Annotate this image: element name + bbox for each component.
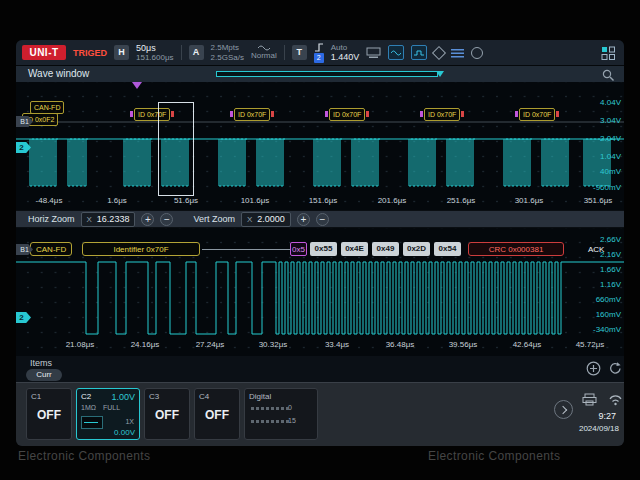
channel4-tile[interactable]: C4 OFF	[194, 388, 240, 440]
bus-type-label: CAN-FD	[30, 242, 72, 256]
digital-tile-name: Digital	[249, 392, 271, 401]
time-scale-label: 45.72μs	[564, 340, 616, 349]
volt-scale-label: 3.04V	[577, 116, 621, 125]
refresh-icon[interactable]	[608, 361, 623, 380]
digital-bit-row-upper	[251, 407, 290, 410]
horizontal-readout[interactable]: 50μs 151.600μs	[136, 43, 174, 63]
window-layout-icon[interactable]	[601, 46, 616, 65]
volt-scale-label: 160mV	[577, 310, 621, 319]
frame-id-label: ID 0x70F	[424, 108, 460, 121]
trigger-readout[interactable]: Auto 1.440V	[331, 43, 360, 63]
items-tab[interactable]: Items	[30, 358, 52, 368]
acquire-menu-button[interactable]: A	[189, 45, 204, 60]
system-date: 2024/09/18	[579, 424, 619, 433]
dlc-decode-box: 0x5	[290, 242, 307, 256]
volt-scale-label: 1.16V	[577, 280, 621, 289]
trigger-source-badge: 2	[314, 53, 324, 63]
frame-id-label: ID 0x70F	[519, 108, 555, 121]
frame-id-label: ID 0x70F	[329, 108, 365, 121]
horizontal-menu-button[interactable]: H	[114, 45, 129, 60]
vert-zoom-label: Vert Zoom	[193, 214, 235, 224]
channel2-zoom-waveform	[16, 262, 624, 334]
time-scale-label: 51.6μs	[160, 196, 212, 205]
horiz-zoom-value-chip[interactable]: X 16.2338	[81, 212, 136, 227]
decode-items-bar: Items Curr	[16, 356, 624, 382]
watermark-left: Electronic Components	[18, 449, 150, 463]
channel2-waveform	[16, 139, 624, 186]
channel2-scale: 1.00V	[111, 392, 135, 402]
acquire-readout[interactable]: 2.5Mpts 2.5GSa/s	[211, 43, 244, 61]
channel3-tile[interactable]: C3 OFF	[144, 388, 190, 440]
wifi-icon[interactable]	[608, 392, 623, 410]
memory-depth: 2.5Mpts	[211, 43, 239, 52]
device-bezel: Electronic Components Electronic Compone…	[0, 0, 640, 480]
circle-icon[interactable]	[471, 47, 483, 59]
time-scale-label: 351.6μs	[572, 196, 624, 205]
channel2-probe: 1X	[125, 418, 134, 425]
display-settings-icon[interactable]	[366, 47, 381, 59]
data-byte-box: 0x49	[372, 242, 399, 256]
acquire-mode[interactable]: Normal	[251, 44, 277, 60]
volt-scale-label: 2.66V	[577, 235, 621, 244]
add-item-icon[interactable]	[586, 361, 601, 380]
time-scale-label: 21.08μs	[54, 340, 106, 349]
curr-tab[interactable]: Curr	[26, 369, 62, 381]
volt-scale-label: -340mV	[577, 325, 621, 334]
channel2-tile[interactable]: C2 1.00V 1MΩ FULL 1X 0.00V	[76, 388, 140, 440]
time-scale-label: 42.64μs	[501, 340, 553, 349]
acquire-wave-icon	[257, 44, 271, 51]
top-toolbar: UNI-T TRIGED H 50μs 151.600μs A 2.5Mpts …	[16, 40, 624, 66]
vert-zoom-value-chip[interactable]: X 2.0000	[241, 212, 291, 227]
timebase-scale: 50μs	[136, 43, 156, 53]
volt-scale-label: 4.04V	[577, 98, 621, 107]
watermark-right: Electronic Components	[428, 449, 560, 463]
time-scale-label: 33.4μs	[311, 340, 363, 349]
vert-zoom-minus-button[interactable]: −	[316, 213, 329, 226]
zoom-waveform-plot[interactable]: CAN-FD Identifier 0x70F 0x5 0x55 0x4E 0x…	[16, 228, 624, 356]
channel3-name: C3	[149, 392, 159, 401]
memory-scrollbar[interactable]	[216, 71, 438, 77]
main-waveform-plot[interactable]: CAN-FD ID 0x0F2 ID 0x70F ID 0x70F ID 0x7…	[16, 82, 624, 210]
diamond-icon[interactable]	[434, 48, 444, 58]
acquire-mode-label: Normal	[251, 51, 277, 60]
channel4-name: C4	[199, 392, 209, 401]
vert-zoom-plus-button[interactable]: +	[297, 213, 310, 226]
time-scale-label: 301.6μs	[503, 196, 555, 205]
channel4-status: OFF	[195, 408, 239, 422]
time-scale-label: 1.6μs	[91, 196, 143, 205]
trigger-menu-button[interactable]: T	[292, 45, 307, 60]
rising-edge-icon	[314, 43, 324, 52]
horiz-zoom-plus-button[interactable]: +	[141, 213, 154, 226]
volt-scale-label: 2.04V	[577, 134, 621, 143]
wave-window-title: Wave window	[28, 68, 89, 79]
wave-mode-icon-2[interactable]	[411, 45, 427, 60]
trigger-status: TRIGED	[73, 48, 107, 58]
zoom-region-selector[interactable]	[158, 102, 194, 196]
volt-scale-label: 40mV	[577, 167, 621, 176]
trigger-position-marker[interactable]	[132, 82, 142, 89]
time-scale-label: 27.24μs	[184, 340, 236, 349]
time-scale-label: 24.16μs	[119, 340, 171, 349]
digital-channels-tile[interactable]: Digital 0 15	[244, 388, 318, 440]
channel1-tile[interactable]: C1 OFF	[26, 388, 72, 440]
time-scale-label: 251.6μs	[435, 196, 487, 205]
chevron-right-icon	[558, 405, 566, 413]
menu-list-icon[interactable]	[451, 48, 464, 58]
bus-decode-line	[202, 249, 290, 250]
toolbar-divider	[181, 45, 182, 60]
vert-zoom-x: X	[247, 215, 252, 224]
volt-scale-label: 1.66V	[577, 265, 621, 274]
identifier-decode-box: Identifier 0x70F	[82, 242, 200, 256]
channel3-status: OFF	[145, 408, 189, 422]
horiz-zoom-minus-button[interactable]: −	[160, 213, 173, 226]
expand-panel-button[interactable]	[554, 400, 573, 419]
trigger-source-group[interactable]: 2	[314, 43, 324, 63]
brand-logo: UNI-T	[22, 45, 66, 60]
printer-icon[interactable]	[582, 392, 597, 410]
toolbar-divider	[284, 45, 285, 60]
scrollbar-caret-icon[interactable]	[436, 71, 444, 77]
wave-mode-icon-1[interactable]	[388, 45, 404, 60]
crc-decode-box: CRC 0x000381	[468, 242, 564, 256]
channel2-wave-thumbnail	[81, 416, 103, 429]
digital-bit-row-lower	[251, 420, 290, 423]
